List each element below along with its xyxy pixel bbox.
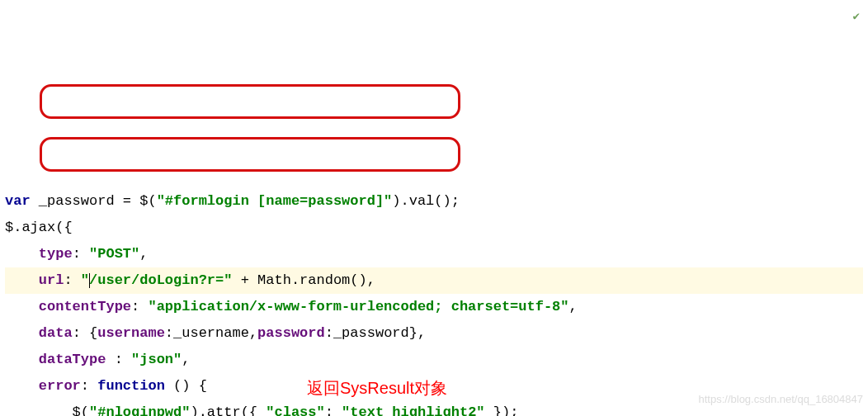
text: + Math. xyxy=(232,272,300,288)
text: ).val(); xyxy=(392,193,460,209)
prop-url: url xyxy=(39,272,64,288)
identifier: _username xyxy=(173,325,249,341)
text: $.ajax({ xyxy=(5,220,73,235)
prop-error: error xyxy=(39,378,81,394)
string: "text highlight2" xyxy=(342,404,484,416)
active-line: url: "/user/doLogin?r=" + Math.random(), xyxy=(5,267,863,294)
string: "application/x-www-form-urlencoded; char… xyxy=(148,299,568,314)
field-password: password xyxy=(257,325,325,341)
fn-random: random xyxy=(300,272,350,288)
watermark-text: https://blog.csdn.net/qq_16804847 xyxy=(699,386,864,413)
highlight-box-url xyxy=(40,84,460,119)
text: (), xyxy=(350,272,375,288)
prop-datatype: dataType xyxy=(39,352,106,367)
string: "class" xyxy=(266,404,324,416)
prop-contenttype: contentType xyxy=(39,299,131,314)
keyword-var: var xyxy=(5,193,31,209)
string: "POST" xyxy=(89,246,139,262)
string: " xyxy=(81,272,89,288)
prop-data: data xyxy=(39,325,73,341)
identifier: _password xyxy=(39,193,115,209)
string: "#nloginpwd" xyxy=(89,404,190,416)
check-icon: ✔ xyxy=(853,3,860,30)
annotation-text: 返回SysResult对象 xyxy=(307,375,447,401)
prop-type: type xyxy=(39,246,73,262)
string: "#formlogin [name=password]" xyxy=(157,193,393,209)
field-username: username xyxy=(97,325,165,341)
keyword-function: function xyxy=(97,378,165,394)
string: /user/doLogin?r=" xyxy=(89,272,232,288)
text: = $( xyxy=(115,193,157,209)
string: "json" xyxy=(131,352,182,367)
identifier: _password xyxy=(333,325,409,341)
